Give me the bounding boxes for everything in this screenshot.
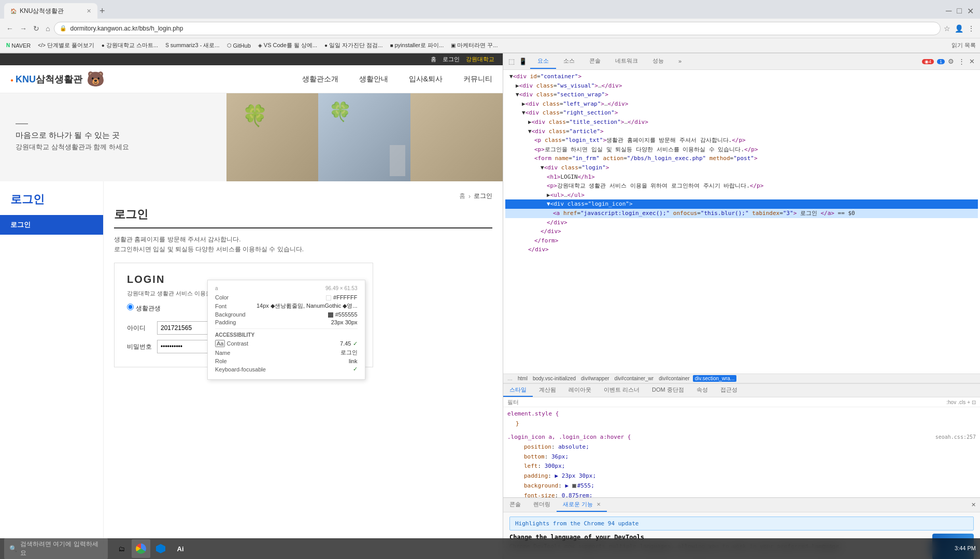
bookmark-health[interactable]: ● 일일 자가진단 점검... xyxy=(322,40,385,50)
console-tab-close-icon[interactable]: ✕ xyxy=(596,501,601,507)
top-bar-university[interactable]: 강원대학교 xyxy=(466,55,494,63)
profile-icon[interactable]: 👤 xyxy=(954,23,964,34)
console-highlight[interactable]: Highlights from the Chrome 94 update xyxy=(509,517,974,531)
breadcrumb-login[interactable]: 로그인 xyxy=(474,192,492,200)
inspect-icon[interactable]: ⬚ xyxy=(507,56,516,66)
tab-console[interactable]: 콘솔 xyxy=(582,54,608,69)
tab-event-listeners[interactable]: 이벤트 리스너 xyxy=(598,384,646,397)
nav-living-info[interactable]: 생활안내 xyxy=(359,75,388,84)
home-button[interactable]: ⌂ xyxy=(44,23,52,34)
address-bar[interactable]: 🔒 dormitory.kangwon.ac.kr/bbs/h_login.ph… xyxy=(54,22,941,35)
tab-sources[interactable]: 소스 xyxy=(556,54,582,69)
filter-hov[interactable]: :hov xyxy=(946,399,956,405)
devtools-more-icon[interactable]: ⋮ xyxy=(957,56,966,66)
bookmark-summariz[interactable]: S summariz3 - 새로... xyxy=(163,40,221,50)
html-line-5[interactable]: ▼ <div class="right_section"> xyxy=(505,108,978,118)
console-tab-console[interactable]: 콘솔 xyxy=(503,498,527,512)
html-line-7[interactable]: ▼ <div class="article"> xyxy=(505,127,978,136)
settings-icon[interactable]: ⋮ xyxy=(967,23,976,34)
html-line-8[interactable]: <p class="login_txt">생활관 홈페이지를 방문해 주셔서 감… xyxy=(505,136,978,145)
bookmark-vscode[interactable]: ◈ VS Code를 될 상에... xyxy=(256,40,319,50)
html-line-1[interactable]: ▼ <div id="container"> xyxy=(505,72,978,81)
tab-performance[interactable]: 성능 xyxy=(645,54,671,69)
html-line-9[interactable]: <p>로그인을 하시면 입실 및 퇴실등 다양한 서비스를 이용하실 수 있습니… xyxy=(505,145,978,154)
html-line-6[interactable]: ▶ <div class="title_section">…</div> xyxy=(505,118,978,127)
bc-container[interactable]: div#container xyxy=(657,375,691,382)
top-bar-login[interactable]: 로그인 xyxy=(443,55,460,63)
bookmark-pyinstaller[interactable]: ■ pyinstaller로 파이... xyxy=(388,40,446,50)
bc-body[interactable]: body.vsc-initialized xyxy=(531,375,578,382)
back-button[interactable]: ← xyxy=(4,23,16,34)
active-tab[interactable]: 🏠 KNU삼척생활관 ✕ xyxy=(4,3,97,19)
html-line-18[interactable]: </div> xyxy=(505,227,978,236)
tab-accessibility[interactable]: 접근성 xyxy=(714,384,744,397)
tab-elements[interactable]: 요소 xyxy=(530,54,556,69)
tooltip-font-label: Font xyxy=(215,303,257,309)
html-line-20[interactable]: </div> xyxy=(505,245,978,254)
html-line-11[interactable]: ▼ <div class="login"> xyxy=(505,163,978,173)
html-line-2[interactable]: ▶ <div class="ws_visual">…</div> xyxy=(505,81,978,91)
device-icon[interactable]: 📱 xyxy=(518,56,528,66)
bc-html[interactable]: html xyxy=(516,375,530,382)
html-line-15[interactable]: ▼ <div class="login_icon"> xyxy=(505,199,978,209)
tab-properties[interactable]: 속성 xyxy=(690,384,714,397)
forward-button[interactable]: → xyxy=(18,23,29,34)
bookmark-kangwon[interactable]: ● 강원대학교 스마트... xyxy=(100,40,160,50)
taskbar-ai-icon[interactable]: Ai xyxy=(171,539,190,558)
console-close-button[interactable]: ✕ xyxy=(967,499,980,510)
new-tab-button[interactable]: + xyxy=(100,6,105,16)
html-line-10[interactable]: <form name="in_frm" action="/bbs/h_login… xyxy=(505,154,978,163)
sidebar-login-item[interactable]: 로그인 xyxy=(0,215,103,235)
reading-list-label[interactable]: 읽기 목록 xyxy=(951,41,976,49)
site-logo[interactable]: ● KNU삼척생활관 🐻 xyxy=(10,70,105,88)
tab-styles[interactable]: 스타일 xyxy=(503,384,533,397)
html-line-4[interactable]: ▶ <div class="left_wrap">…</div> xyxy=(505,99,978,109)
bookmark-marketer[interactable]: ▣ 마케터라면 꾸... xyxy=(449,40,500,50)
styles-filter-input[interactable] xyxy=(507,399,944,405)
console-tab-rendering[interactable]: 렌더링 xyxy=(527,498,557,512)
pyinstaller-icon: ■ xyxy=(390,42,393,48)
tab-layout[interactable]: 레이아웃 xyxy=(562,384,598,397)
html-line-12[interactable]: <h1>LOGIN</h1> xyxy=(505,173,978,182)
bookmark-github[interactable]: ⬡ GitHub xyxy=(225,41,253,50)
tab-close-button[interactable]: ✕ xyxy=(87,8,91,15)
filter-add[interactable]: + xyxy=(967,399,970,405)
nav-community[interactable]: 커뮤니티 xyxy=(463,75,492,84)
filter-grid[interactable]: ⊡ xyxy=(972,399,976,405)
tab-network[interactable]: 네트워크 xyxy=(608,54,645,69)
minimize-button[interactable]: ─ xyxy=(944,5,954,17)
nav-checkin[interactable]: 입사&퇴사 xyxy=(409,75,443,84)
tab-more[interactable]: » xyxy=(671,55,689,68)
html-line-14[interactable]: ▶ <ul>…</ul> xyxy=(505,191,978,200)
taskbar-explorer-icon[interactable]: 🗂 xyxy=(112,539,131,558)
filter-cls[interactable]: .cls xyxy=(958,399,965,405)
star-icon[interactable]: ☆ xyxy=(943,23,951,34)
maximize-button[interactable]: □ xyxy=(955,5,964,17)
bookmark-code[interactable]: </> 단계별로 풀어보기 xyxy=(36,40,96,50)
tab-dom-breakpoints[interactable]: DOM 중단점 xyxy=(646,384,690,397)
vscode-icon: ◈ xyxy=(258,42,262,48)
close-button[interactable]: ✕ xyxy=(965,5,976,17)
html-line-13[interactable]: <p>강원대학교 생활관 서비스 이용을 위하여 로그인하여 주시기 바랍니다.… xyxy=(505,181,978,191)
html-line-19[interactable]: </form> xyxy=(505,236,978,246)
top-bar-home[interactable]: 홈 xyxy=(431,55,436,63)
tab-computed[interactable]: 계산됨 xyxy=(533,384,562,397)
html-line-3[interactable]: ▼ <div class="section_wrap"> xyxy=(505,90,978,99)
bc-section-wra[interactable]: div.section_wra... xyxy=(693,375,737,382)
console-tab-new-features[interactable]: 새로운 기능 ✕ xyxy=(557,498,607,512)
html-line-17[interactable]: </div> xyxy=(505,218,978,227)
radio-student[interactable] xyxy=(127,304,134,310)
bc-container-wr[interactable]: div#container_wr xyxy=(613,375,656,382)
refresh-button[interactable]: ↻ xyxy=(31,23,41,34)
html-line-16[interactable]: <a href="javascript:login_exec();" onfoc… xyxy=(505,209,978,218)
taskbar-vscode-icon[interactable] xyxy=(151,539,170,558)
bc-wrapper[interactable]: div#wrapper xyxy=(579,375,611,382)
taskbar-chrome-icon[interactable] xyxy=(132,539,150,558)
settings-gear-icon[interactable]: ⚙ xyxy=(947,56,955,66)
breadcrumb-home[interactable]: 홈 xyxy=(459,192,465,200)
bookmark-naver[interactable]: N NAVER xyxy=(4,41,33,50)
taskbar-search[interactable]: 🔍 검색하려면 여기에 입력하세요 xyxy=(4,538,108,559)
id-label: 아이디 xyxy=(127,324,153,333)
nav-living-intro[interactable]: 생활관소개 xyxy=(302,75,338,84)
devtools-close-icon[interactable]: ✕ xyxy=(968,56,976,66)
